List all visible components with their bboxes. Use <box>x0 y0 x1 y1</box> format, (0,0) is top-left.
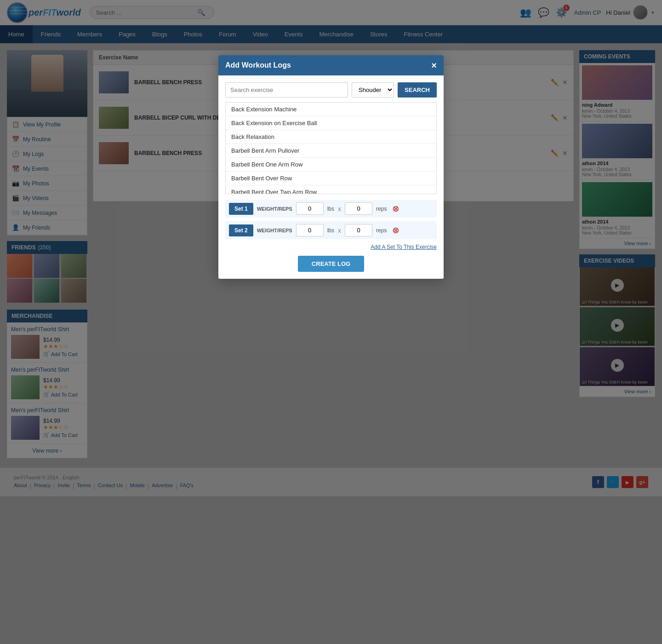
modal-header: Add Workout Logs × <box>218 55 444 75</box>
list-item[interactable]: Barbell Bent Over Row <box>226 172 436 185</box>
set-1-reps-label: reps <box>376 206 387 212</box>
remove-set-1-button[interactable]: ⊗ <box>392 204 399 214</box>
set-2-reps-input[interactable] <box>345 224 372 236</box>
modal-search-row: Shouder Chest Back Arms Legs SEARCH <box>225 82 437 98</box>
set-row-1: Set 1 WEIGHT/REPS lbs x reps ⊗ <box>225 200 437 218</box>
create-log-modal-button[interactable]: CREATE LOG <box>298 256 364 272</box>
set-1-field-label: WEIGHT/REPS <box>257 206 292 212</box>
set-1-weight-input[interactable] <box>296 202 324 215</box>
list-item[interactable]: Barbell Bent Arm Pullover <box>226 144 436 158</box>
modal-title: Add Workout Logs <box>225 61 291 69</box>
set-2-reps-label: reps <box>376 227 387 234</box>
search-exercises-button[interactable]: SEARCH <box>398 82 437 98</box>
body-part-dropdown[interactable]: Shouder Chest Back Arms Legs <box>352 82 394 98</box>
set-2-lbs-label: lbs <box>327 227 334 234</box>
modal-overlay: Add Workout Logs × Shouder Chest Back Ar… <box>0 0 662 496</box>
set-1-lbs-label: lbs <box>327 206 334 212</box>
modal-body: Shouder Chest Back Arms Legs SEARCH Back… <box>218 75 444 279</box>
set-row-2: Set 2 WEIGHT/REPS lbs x reps ⊗ <box>225 221 437 239</box>
list-item[interactable]: Barbell Bent One Arm Row <box>226 158 436 172</box>
set-2-label: Set 2 <box>229 224 253 236</box>
modal-close-button[interactable]: × <box>431 61 437 70</box>
list-item[interactable]: Barbell Bent Over Two Arm Row <box>226 185 436 194</box>
list-item[interactable]: Back Extension on Exercise Ball <box>226 116 436 130</box>
set-1-x-label: x <box>338 205 341 213</box>
set-1-label: Set 1 <box>229 203 253 215</box>
set-2-weight-input[interactable] <box>296 224 324 236</box>
exercise-list: Back Extension Machine Back Extension on… <box>225 102 437 194</box>
set-2-x-label: x <box>338 227 341 234</box>
list-item[interactable]: Back Extension Machine <box>226 103 436 116</box>
remove-set-2-button[interactable]: ⊗ <box>392 225 399 236</box>
set-2-field-label: WEIGHT/REPS <box>257 228 292 233</box>
add-set-link[interactable]: Add A Set To This Exercise <box>225 244 437 250</box>
set-1-reps-input[interactable] <box>345 202 372 215</box>
add-workout-modal: Add Workout Logs × Shouder Chest Back Ar… <box>218 55 444 279</box>
exercise-search-input[interactable] <box>225 82 348 98</box>
list-item[interactable]: Back Relaxation <box>226 130 436 144</box>
